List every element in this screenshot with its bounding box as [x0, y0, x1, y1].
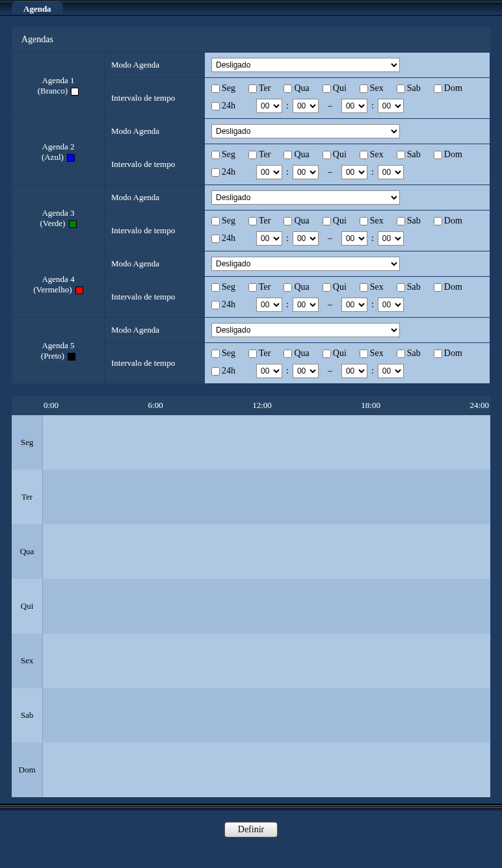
day-checkbox[interactable]	[211, 151, 220, 159]
time-select[interactable]: 00	[341, 231, 367, 246]
time-select[interactable]: 00	[256, 99, 282, 113]
day-checkbox[interactable]	[284, 350, 292, 358]
day-checkbox[interactable]	[397, 151, 405, 159]
day-checkbox-item: Qua	[284, 149, 309, 160]
days-row: SegTerQuaQuiSexSabDom	[211, 282, 483, 292]
day-checkbox[interactable]	[248, 217, 257, 225]
time-tick: 18:00	[361, 400, 380, 411]
schedule-day-label: Qui	[12, 579, 42, 633]
day-label: Sex	[370, 149, 384, 160]
day-checkbox[interactable]	[323, 84, 331, 93]
schedule-day-label: Ter	[12, 470, 42, 524]
day-checkbox[interactable]	[323, 151, 331, 159]
modo-select[interactable]: Desligado	[211, 124, 400, 138]
day-checkbox[interactable]	[284, 84, 292, 93]
h24-checkbox[interactable]	[211, 301, 220, 309]
day-checkbox[interactable]	[434, 283, 442, 292]
colon: :	[286, 167, 289, 177]
day-checkbox[interactable]	[248, 151, 257, 159]
schedule-bar	[42, 688, 490, 743]
day-checkbox[interactable]	[211, 283, 220, 292]
time-select[interactable]: 00	[341, 99, 367, 113]
day-checkbox[interactable]	[360, 151, 368, 159]
definir-button[interactable]: Definir	[224, 822, 278, 837]
day-checkbox[interactable]	[248, 350, 257, 358]
time-select[interactable]: 00	[378, 99, 404, 113]
h24-checkbox[interactable]	[211, 235, 220, 243]
day-label: Sex	[370, 348, 384, 359]
intervalo-label: Intervalo de tempo	[105, 277, 204, 317]
day-checkbox[interactable]	[434, 84, 442, 93]
day-label: Seg	[222, 216, 235, 226]
modo-select[interactable]: Desligado	[211, 58, 400, 72]
time-select[interactable]: 00	[256, 165, 282, 179]
day-checkbox[interactable]	[434, 350, 442, 358]
tab-agenda[interactable]: Agenda	[12, 1, 63, 14]
day-checkbox[interactable]	[434, 151, 442, 159]
day-checkbox[interactable]	[284, 283, 292, 292]
time-select[interactable]: 00	[256, 298, 282, 312]
day-checkbox-item: Sex	[360, 83, 384, 94]
day-checkbox[interactable]	[211, 350, 220, 358]
day-label: Dom	[444, 282, 462, 292]
day-label: Qui	[333, 149, 347, 160]
agenda-name-line2: (Preto)	[41, 351, 64, 361]
days-row: SegTerQuaQuiSexSabDom	[211, 216, 483, 226]
time-select[interactable]: 00	[378, 165, 404, 179]
modo-select[interactable]: Desligado	[211, 190, 400, 205]
day-checkbox[interactable]	[211, 217, 220, 225]
color-swatch	[67, 154, 75, 162]
time-select[interactable]: 00	[293, 99, 319, 113]
modo-cell: Desligado	[205, 185, 490, 210]
time-tick: 6:00	[148, 400, 163, 411]
time-select[interactable]: 00	[378, 298, 404, 312]
time-select[interactable]: 00	[378, 231, 404, 246]
day-checkbox-item: Seg	[211, 348, 235, 359]
time-select[interactable]: 00	[341, 165, 367, 179]
day-checkbox[interactable]	[397, 350, 405, 358]
time-select[interactable]: 00	[293, 231, 319, 246]
day-checkbox[interactable]	[323, 350, 331, 358]
h24-checkbox[interactable]	[211, 168, 220, 177]
day-checkbox[interactable]	[434, 217, 442, 225]
h24-checkbox[interactable]	[211, 367, 220, 376]
time-select[interactable]: 00	[341, 298, 367, 312]
day-checkbox[interactable]	[397, 217, 405, 225]
day-checkbox[interactable]	[360, 283, 368, 292]
day-checkbox[interactable]	[360, 84, 368, 93]
day-checkbox[interactable]	[397, 283, 405, 292]
intervalo-label: Intervalo de tempo	[105, 144, 204, 185]
time-select[interactable]: 00	[256, 364, 282, 378]
time-select[interactable]: 00	[293, 165, 319, 179]
h24-label: 24h	[222, 101, 235, 111]
day-checkbox[interactable]	[360, 350, 368, 358]
day-checkbox[interactable]	[284, 217, 292, 225]
time-select[interactable]: 00	[256, 231, 282, 246]
time-select[interactable]: 00	[341, 364, 367, 378]
colon: :	[286, 101, 289, 111]
time-select[interactable]: 00	[378, 364, 404, 378]
day-checkbox[interactable]	[323, 217, 331, 225]
day-checkbox[interactable]	[397, 84, 405, 93]
modo-label: Modo Agenda	[105, 119, 204, 144]
time-tick: 12:00	[252, 400, 272, 411]
day-label: Qui	[333, 216, 347, 226]
day-checkbox[interactable]	[248, 283, 257, 292]
day-checkbox[interactable]	[284, 151, 292, 159]
time-select[interactable]: 00	[293, 298, 319, 312]
time-select[interactable]: 00	[293, 364, 319, 378]
day-checkbox[interactable]	[211, 84, 220, 93]
day-checkbox-item: Seg	[211, 149, 235, 160]
day-checkbox[interactable]	[360, 217, 368, 225]
day-checkbox[interactable]	[323, 283, 331, 292]
schedule-day-label: Seg	[12, 415, 42, 470]
day-checkbox[interactable]	[248, 84, 257, 93]
agenda-name-line1: Agenda 2	[42, 142, 74, 151]
dash: –	[328, 101, 332, 111]
modo-select[interactable]: Desligado	[211, 257, 400, 271]
day-checkbox-item: Qui	[323, 83, 347, 94]
time-row: 24h00:00–00:00	[211, 165, 483, 179]
h24-checkbox[interactable]	[211, 102, 220, 110]
modo-select[interactable]: Desligado	[211, 323, 400, 337]
agenda-name-line2: (Verde)	[40, 218, 65, 228]
